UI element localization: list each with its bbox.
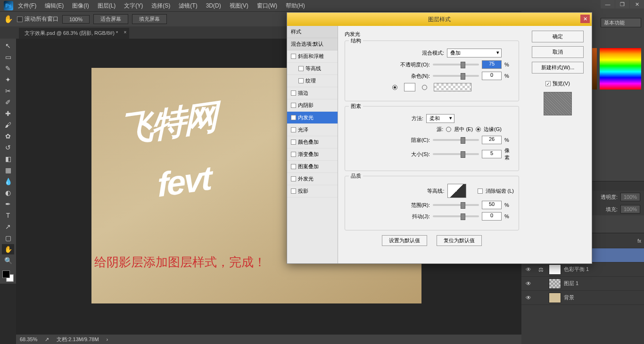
style-checkbox[interactable] <box>298 66 304 71</box>
layer-item[interactable]: 👁 图层 1 <box>521 277 644 291</box>
share-icon[interactable]: ↗ <box>45 336 49 343</box>
menu-select[interactable]: 选择(S) <box>151 2 170 10</box>
style-checkbox[interactable] <box>291 176 296 181</box>
range-input[interactable]: 50 <box>482 201 502 209</box>
style-checkbox[interactable] <box>291 188 296 194</box>
chevron-right-icon[interactable]: › <box>107 336 108 342</box>
source-center-radio[interactable] <box>446 127 451 132</box>
noise-slider[interactable] <box>433 75 479 77</box>
style-item[interactable]: 等高线 <box>287 63 338 75</box>
visibility-icon[interactable]: 👁 <box>524 295 533 301</box>
menu-file[interactable]: 文件(F) <box>18 2 36 10</box>
new-style-button[interactable]: 新建样式(W)... <box>532 62 584 74</box>
source-edge-radio[interactable] <box>476 127 481 132</box>
cancel-button[interactable]: 取消 <box>532 46 584 58</box>
style-checkbox[interactable] <box>298 78 304 83</box>
link-icon[interactable]: ⚖ <box>536 266 546 273</box>
stamp-tool[interactable]: ✿ <box>2 131 14 141</box>
dodge-tool[interactable]: ◐ <box>2 188 14 198</box>
ok-button[interactable]: 确定 <box>532 31 584 42</box>
style-checkbox[interactable] <box>291 164 296 169</box>
shape-tool[interactable]: ▢ <box>2 233 14 243</box>
jitter-slider[interactable] <box>433 215 479 217</box>
menu-type[interactable]: 文字(Y) <box>124 2 143 10</box>
antialias-checkbox[interactable] <box>478 188 483 194</box>
hand-tool[interactable]: ✋ <box>2 244 14 254</box>
zoom-100-button[interactable]: 100% <box>62 15 90 24</box>
menu-3d[interactable]: 3D(D) <box>206 2 221 9</box>
noise-input[interactable]: 0 <box>482 72 502 80</box>
menu-view[interactable]: 视图(V) <box>230 2 248 10</box>
path-tool[interactable]: ↗ <box>2 221 14 232</box>
eraser-tool[interactable]: ◧ <box>2 154 14 164</box>
style-checkbox[interactable] <box>291 139 296 145</box>
glow-gradient-box[interactable] <box>434 83 471 91</box>
style-checkbox[interactable] <box>291 127 296 132</box>
window-close[interactable]: ✕ <box>630 0 644 8</box>
blend-options-header[interactable]: 混合选项:默认 <box>287 38 338 50</box>
gradient-tool[interactable]: ▦ <box>2 165 14 175</box>
layer-item[interactable]: 👁 背景 <box>521 291 644 305</box>
style-checkbox[interactable] <box>291 90 296 96</box>
wand-tool[interactable]: ✦ <box>2 74 14 85</box>
menu-edit[interactable]: 编辑(E) <box>45 2 64 10</box>
visibility-icon[interactable]: 👁 <box>524 280 533 287</box>
menu-help[interactable]: 帮助(H) <box>286 2 305 10</box>
style-item[interactable]: 描边 <box>287 87 338 99</box>
layer-item[interactable]: 👁 ⚖ 色彩平衡 1 <box>521 262 644 277</box>
styles-header[interactable]: 样式 <box>287 26 338 38</box>
method-select[interactable]: 柔和 <box>426 114 454 123</box>
fit-screen-button[interactable]: 适合屏幕 <box>93 14 128 24</box>
menu-window[interactable]: 窗口(W) <box>257 2 277 10</box>
menu-layer[interactable]: 图层(L) <box>98 2 116 10</box>
glow-color-box[interactable] <box>404 83 415 91</box>
window-minimize[interactable]: — <box>601 0 615 8</box>
style-item[interactable]: ✓内发光 <box>287 112 338 124</box>
style-item[interactable]: 投影 <box>287 185 338 197</box>
layer-fx-badge[interactable]: fx <box>637 238 641 244</box>
type-tool[interactable]: T <box>2 210 14 221</box>
choke-input[interactable]: 26 <box>482 136 502 144</box>
style-item[interactable]: 图案叠加 <box>287 161 338 173</box>
lasso-tool[interactable]: ✎ <box>2 63 14 74</box>
marquee-tool[interactable]: ▭ <box>2 52 14 62</box>
style-item[interactable]: 外发光 <box>287 173 338 185</box>
history-brush-tool[interactable]: ↺ <box>2 142 14 153</box>
color-swatch[interactable] <box>2 270 14 282</box>
style-checkbox[interactable] <box>291 103 296 108</box>
scroll-all-checkbox[interactable]: 滚动所有窗口 <box>17 15 58 23</box>
style-checkbox[interactable] <box>291 54 296 59</box>
menu-image[interactable]: 图像(I) <box>72 2 89 10</box>
range-slider[interactable] <box>433 204 479 206</box>
style-checkbox[interactable]: ✓ <box>291 115 296 120</box>
style-item[interactable]: 内阴影 <box>287 99 338 112</box>
close-icon[interactable]: × <box>124 30 126 35</box>
size-slider[interactable] <box>433 153 479 155</box>
style-checkbox[interactable] <box>291 152 296 157</box>
style-item[interactable]: 斜面和浮雕 <box>287 50 338 63</box>
set-default-button[interactable]: 设置为默认值 <box>382 235 427 246</box>
preview-checkbox[interactable]: ✓ <box>545 81 551 86</box>
gradient-radio[interactable] <box>422 85 427 90</box>
fill-input[interactable]: 100% <box>620 205 640 213</box>
style-item[interactable]: 颜色叠加 <box>287 136 338 148</box>
document-tab[interactable]: 文字效果.psd @ 68.3% (阴影, RGB/8#) * × <box>19 28 129 39</box>
workspace-dropdown[interactable]: 基本功能 <box>601 18 641 27</box>
solid-color-radio[interactable] <box>392 85 397 90</box>
move-tool[interactable]: ↖ <box>2 41 14 51</box>
style-item[interactable]: 光泽 <box>287 124 338 136</box>
blend-mode-select[interactable]: 叠加 <box>447 49 502 57</box>
window-maximize[interactable]: ❐ <box>615 0 629 8</box>
eyedropper-tool[interactable]: ✐ <box>2 97 14 107</box>
reset-default-button[interactable]: 复位为默认值 <box>437 235 482 246</box>
brush-tool[interactable]: 🖌 <box>2 120 14 130</box>
size-input[interactable]: 5 <box>482 150 502 158</box>
crop-tool[interactable]: ✂ <box>2 86 14 96</box>
opacity-slider[interactable] <box>433 64 479 66</box>
style-item[interactable]: 纹理 <box>287 75 338 87</box>
jitter-input[interactable]: 0 <box>482 212 502 221</box>
opacity-input[interactable]: 100% <box>620 193 640 201</box>
contour-picker[interactable] <box>447 184 466 198</box>
visibility-icon[interactable]: 👁 <box>524 266 533 273</box>
style-item[interactable]: 渐变叠加 <box>287 148 338 161</box>
